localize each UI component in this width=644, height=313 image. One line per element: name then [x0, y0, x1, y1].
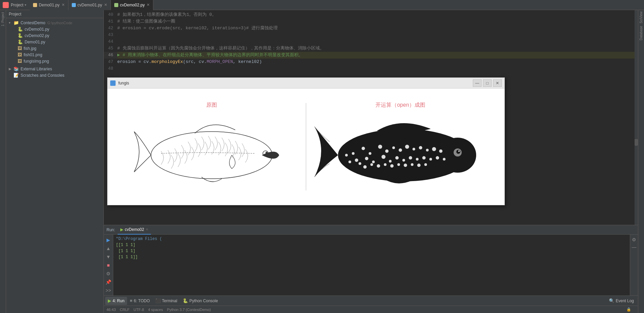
svg-point-27: [422, 156, 426, 160]
external-libraries[interactable]: ▶ 📚 External Libraries: [6, 66, 103, 72]
run-icon: ▶: [120, 227, 123, 232]
status-line-ending[interactable]: CRLF: [120, 308, 130, 312]
todo-toolbar-btn[interactable]: ≡ 6: TODO: [127, 297, 152, 305]
filename-fish-jpg: fish.jpg: [24, 46, 36, 51]
svg-point-42: [352, 152, 355, 155]
code-line-42: 42 # erosion = cv.erode(src, kernel02, i…: [104, 25, 638, 32]
run-scroll-up-btn[interactable]: ▲: [105, 245, 112, 251]
code-line-40: 40 # 如果都为1，结果图像的该像素为1。否则为 0。: [104, 11, 638, 18]
svg-point-17: [432, 147, 436, 151]
file-fish01[interactable]: 🖼 fish01.png: [6, 51, 103, 58]
sciview-label[interactable]: SciView: [639, 11, 643, 23]
tab-cvdemo02[interactable]: cvDemo02.py ✕: [111, 0, 153, 10]
win-minimize-btn[interactable]: —: [473, 79, 482, 87]
tab-cvdemo01[interactable]: cvDemo01.py ✕: [68, 0, 111, 10]
run-play-btn[interactable]: ▶: [105, 237, 112, 243]
run-tab-close[interactable]: ✕: [146, 228, 148, 231]
fish-processed-svg: [313, 111, 488, 192]
python-icon: 🐍: [18, 27, 23, 32]
console-settings-btn[interactable]: ⚙: [631, 236, 638, 243]
vertical-labels: 1: Project: [0, 10, 6, 313]
tab-close-cvdemo02[interactable]: ✕: [147, 3, 150, 7]
tab-close-demo01[interactable]: ✕: [62, 3, 65, 7]
run-scroll-down-btn[interactable]: ▼: [105, 253, 112, 260]
file-fish-jpg[interactable]: 🖼 fish.jpg: [6, 45, 103, 51]
cursor-crosshair: [333, 145, 338, 150]
event-log-label: Event Log: [616, 299, 634, 303]
terminal-toolbar-btn[interactable]: ⬛ Terminal: [153, 297, 180, 305]
code-line-47: 47 erosion = cv.morphologyEx(src, cv.MOR…: [104, 59, 638, 65]
console-output[interactable]: "D:\Program Files ( [[1 1 1] [1 1 1] [1 …: [113, 235, 630, 295]
filename-cvdemo02: cvDemo02.py: [25, 33, 49, 38]
tab-close-cvdemo01[interactable]: ✕: [104, 3, 107, 7]
fish-original-panel: 原图: [118, 102, 306, 192]
fungis-window: fungis — □ ✕ 原图: [107, 77, 505, 205]
editor-scrollbar[interactable]: [635, 10, 638, 225]
file-fungis[interactable]: 🖼 fungisImg.png: [6, 58, 103, 64]
svg-point-13: [405, 145, 409, 149]
line-ending-value: CRLF: [120, 308, 130, 312]
position-value: 46:43: [106, 308, 116, 312]
status-encoding[interactable]: UTF-8: [133, 308, 144, 312]
code-line-48: 48: [104, 65, 638, 72]
image-icon: 🖼: [18, 46, 22, 51]
status-interpreter[interactable]: Python 3.7 (ContestDemo): [167, 308, 211, 312]
svg-point-22: [389, 160, 392, 163]
tab-label-demo01: Demo01.py: [39, 3, 59, 7]
svg-point-18: [439, 149, 442, 153]
svg-point-45: [348, 161, 351, 163]
scrollbar-thumb[interactable]: [635, 139, 638, 146]
database-label[interactable]: Database: [639, 26, 643, 40]
tab-label-cvdemo01: cvDemo01.py: [78, 3, 102, 7]
bottom-area: Run: ▶ cvDemo02 ✕ ▶ ▲ ▼ ■ ⚙ 📌 >>: [104, 225, 638, 295]
event-log-icon: 🔍: [609, 298, 614, 303]
tab-icon-demo01: [33, 3, 37, 7]
project-panel-label[interactable]: 1: Project: [1, 12, 5, 26]
console-minimize-btn[interactable]: —: [631, 243, 638, 251]
terminal-label: Terminal: [162, 299, 177, 303]
run-more-btn[interactable]: >>: [105, 287, 112, 293]
tab-label-cvdemo02: cvDemo02.py: [120, 3, 145, 7]
run-pin-btn[interactable]: 📌: [105, 279, 112, 285]
tree-root[interactable]: ▾ 📁 ContestDemo G:\pythonCode: [6, 20, 103, 26]
run-toolbar-btn[interactable]: ▶ 4: Run: [105, 297, 127, 305]
run-tab-cvdemo02[interactable]: ▶ cvDemo02 ✕: [118, 225, 151, 235]
scratches-item[interactable]: 📝 Scratches and Consoles: [6, 72, 103, 78]
right-sidebar: SciView Database: [638, 10, 644, 313]
image-icon3: 🖼: [18, 59, 22, 64]
win-close-btn[interactable]: ✕: [493, 79, 502, 87]
scratch-icon: 📝: [13, 73, 19, 78]
main-area: 1: Project Project ▾ 📁 ContestDemo G:\py…: [0, 10, 644, 313]
svg-point-41: [424, 163, 427, 166]
win-maximize-btn[interactable]: □: [483, 79, 492, 87]
console-right-panel: ⚙ —: [630, 235, 638, 295]
svg-point-24: [402, 159, 405, 162]
file-cvdemo02[interactable]: 🐍 cvDemo02.py: [6, 32, 103, 39]
project-header-title: Project: [9, 12, 21, 16]
run-body: ▶ ▲ ▼ ■ ⚙ 📌 >> "D:\Program Files ( [[1 1…: [104, 235, 638, 295]
fish-original-svg: [127, 111, 296, 192]
status-indent[interactable]: 4 spaces: [148, 308, 163, 312]
project-tree[interactable]: ▾ 📁 ContestDemo G:\pythonCode 🐍 cvDemo01…: [6, 18, 103, 313]
filename-demo01: Demo01.py: [25, 40, 45, 44]
run-stop-btn[interactable]: ■: [105, 262, 112, 268]
folder-icon: 📁: [13, 20, 19, 25]
svg-point-47: [456, 150, 460, 154]
status-read-only[interactable]: 🔒: [626, 307, 631, 312]
event-log-btn[interactable]: 🔍 Event Log: [606, 297, 637, 305]
tab-demo01[interactable]: Demo01.py ✕: [30, 0, 68, 10]
svg-point-31: [359, 162, 361, 165]
console-line-3: [1 1 1]: [116, 248, 627, 254]
file-demo01[interactable]: 🐍 Demo01.py: [6, 39, 103, 45]
code-editor[interactable]: 40 # 如果都为1，结果图像的该像素为1。否则为 0。 41 # 结果：使二值…: [104, 10, 638, 225]
filename-fungis: fungisImg.png: [24, 59, 49, 64]
code-content: 40 # 如果都为1，结果图像的该像素为1。否则为 0。 41 # 结果：使二值…: [104, 10, 638, 73]
bottom-toolbar: ▶ 4: Run ≡ 6: TODO ⬛ Terminal 🐍 Python C…: [104, 295, 638, 306]
python-console-btn[interactable]: 🐍 Python Console: [180, 297, 221, 305]
run-settings-btn[interactable]: ⚙: [105, 270, 112, 277]
svg-point-7: [362, 147, 365, 150]
scratches-label: Scratches and Consoles: [21, 73, 64, 78]
file-cvdemo01[interactable]: 🐍 cvDemo01.py: [6, 26, 103, 32]
status-position: 46:43: [106, 308, 116, 312]
svg-point-20: [372, 161, 375, 163]
